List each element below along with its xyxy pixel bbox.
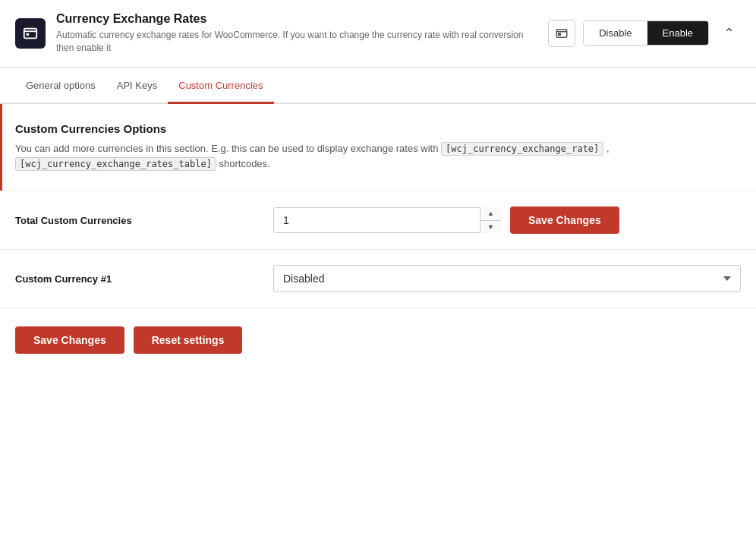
reset-settings-button[interactable]: Reset settings xyxy=(134,326,243,354)
spin-up-button[interactable]: ▲ xyxy=(480,207,501,221)
plugin-header: Currency Exchange Rates Automatic curren… xyxy=(0,0,756,68)
save-changes-button-footer[interactable]: Save Changes xyxy=(15,326,124,354)
spin-down-button[interactable]: ▼ xyxy=(480,221,501,234)
tabs-bar: General options API Keys Custom Currenci… xyxy=(0,68,756,104)
disable-button[interactable]: Disable xyxy=(584,21,647,45)
plugin-title: Currency Exchange Rates xyxy=(56,12,533,26)
svg-rect-1 xyxy=(27,33,30,36)
plugin-description: Automatic currency exchange rates for Wo… xyxy=(56,29,533,55)
section-title: Custom Currencies Options xyxy=(15,122,741,135)
number-input-wrapper: ▲ ▼ xyxy=(273,207,501,233)
section-description: You can add more currencies in this sect… xyxy=(15,141,741,173)
shortcode-2: [wcj_currency_exchange_rates_table] xyxy=(15,157,216,171)
custom-currency-1-select[interactable]: Disabled EUR USD GBP xyxy=(273,265,741,292)
plugin-settings-icon-btn[interactable] xyxy=(548,20,575,47)
svg-rect-0 xyxy=(24,28,37,38)
content-area: Custom Currencies Options You can add mo… xyxy=(0,104,756,373)
svg-rect-3 xyxy=(559,33,561,35)
total-currencies-control: ▲ ▼ Save Changes xyxy=(273,206,741,234)
custom-currency-1-control: Disabled EUR USD GBP xyxy=(273,265,741,292)
custom-currencies-section: Custom Currencies Options You can add mo… xyxy=(0,104,756,192)
tab-api-keys[interactable]: API Keys xyxy=(106,68,168,104)
plugin-info: Currency Exchange Rates Automatic curren… xyxy=(56,12,533,55)
header-controls: Disable Enable ⌃ xyxy=(548,20,741,47)
total-currencies-label: Total Custom Currencies xyxy=(15,215,273,226)
total-custom-currencies-row: Total Custom Currencies ▲ ▼ Save Changes xyxy=(0,191,756,250)
save-changes-button-inline[interactable]: Save Changes xyxy=(510,206,619,234)
tab-custom-currencies[interactable]: Custom Currencies xyxy=(168,68,273,104)
shortcode-1: [wcj_currency_exchange_rate] xyxy=(441,142,603,156)
plugin-icon xyxy=(15,18,46,49)
enable-disable-toggle: Disable Enable xyxy=(583,20,709,46)
tab-general-options[interactable]: General options xyxy=(15,68,106,104)
spin-buttons: ▲ ▼ xyxy=(480,207,501,233)
custom-currency-1-label: Custom Currency #1 xyxy=(15,273,273,285)
footer-actions: Save Changes Reset settings xyxy=(0,308,756,372)
collapse-button[interactable]: ⌃ xyxy=(717,21,741,46)
custom-currency-1-row: Custom Currency #1 Disabled EUR USD GBP xyxy=(0,250,756,308)
total-currencies-input[interactable] xyxy=(273,207,501,233)
enable-button[interactable]: Enable xyxy=(647,21,708,45)
